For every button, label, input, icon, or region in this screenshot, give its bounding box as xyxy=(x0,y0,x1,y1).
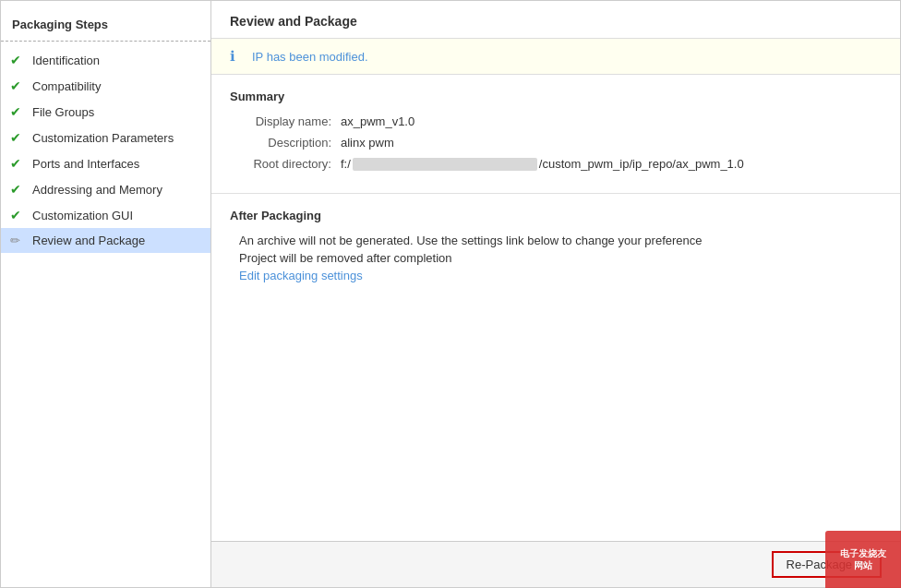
sidebar-item-label: Review and Package xyxy=(32,234,145,247)
sidebar-item-label: Identification xyxy=(32,54,100,67)
check-icon: ✔ xyxy=(10,156,27,171)
sidebar-item-label: Customization Parameters xyxy=(32,131,174,145)
summary-row-description: Description: alinx pwm xyxy=(239,136,882,150)
page-title: Review and Package xyxy=(230,14,882,29)
summary-value-display-name: ax_pwm_v1.0 xyxy=(341,114,414,128)
summary-table: Display name: ax_pwm_v1.0 Description: a… xyxy=(239,114,882,171)
sidebar-title: Packaging Steps xyxy=(1,10,210,41)
sidebar-item-ports-interfaces[interactable]: ✔ Ports and Interfaces xyxy=(1,150,210,176)
sidebar-item-label: Ports and Interfaces xyxy=(32,157,139,171)
summary-section: Summary Display name: ax_pwm_v1.0 Descri… xyxy=(211,75,900,194)
pencil-icon: ✏ xyxy=(10,234,27,247)
sidebar-item-addressing-memory[interactable]: ✔ Addressing and Memory xyxy=(1,176,210,202)
sidebar-item-file-groups[interactable]: ✔ File Groups xyxy=(1,99,210,125)
summary-row-display-name: Display name: ax_pwm_v1.0 xyxy=(239,114,882,128)
summary-value-description: alinx pwm xyxy=(341,136,394,150)
sidebar-item-label: Compatibility xyxy=(32,79,101,93)
info-icon: ℹ xyxy=(230,48,245,65)
info-message: IP has been modified. xyxy=(252,50,368,64)
check-icon: ✔ xyxy=(10,208,27,222)
sidebar-item-label: File Groups xyxy=(32,105,94,119)
summary-label-root-dir: Root directory: xyxy=(239,157,341,171)
after-packaging-line1: An archive will not be generated. Use th… xyxy=(239,234,882,247)
path-suffix: /custom_pwm_ip/ip_repo/ax_pwm_1.0 xyxy=(539,157,744,171)
sidebar-item-compatibility[interactable]: ✔ Compatibility xyxy=(1,73,210,99)
main-content: Review and Package ℹ IP has been modifie… xyxy=(211,1,900,587)
sidebar-item-customization-gui[interactable]: ✔ Customization GUI xyxy=(1,202,210,228)
summary-label-display-name: Display name: xyxy=(239,114,341,128)
summary-label-description: Description: xyxy=(239,136,341,150)
summary-row-root-dir: Root directory: f:/ /custom_pwm_ip/ip_re… xyxy=(239,157,882,171)
sidebar-item-label: Customization GUI xyxy=(32,209,133,222)
sidebar-item-review-package[interactable]: ✏ Review and Package xyxy=(1,228,210,253)
path-prefix: f:/ xyxy=(341,157,351,171)
summary-title: Summary xyxy=(230,90,882,103)
bottom-bar: Re-Package IP xyxy=(211,541,900,587)
after-packaging-title: After Packaging xyxy=(230,209,882,222)
check-icon: ✔ xyxy=(10,53,27,67)
check-icon: ✔ xyxy=(10,130,27,145)
check-icon: ✔ xyxy=(10,182,27,197)
watermark: 电子发烧友网站 xyxy=(825,531,901,588)
info-banner: ℹ IP has been modified. xyxy=(211,39,900,75)
check-icon: ✔ xyxy=(10,104,27,119)
after-packaging-section: After Packaging An archive will not be g… xyxy=(211,194,900,297)
main-body: ℹ IP has been modified. Summary Display … xyxy=(211,39,900,541)
main-header: Review and Package xyxy=(211,1,900,39)
summary-value-root-dir: f:/ /custom_pwm_ip/ip_repo/ax_pwm_1.0 xyxy=(341,157,744,171)
edit-packaging-settings-link[interactable]: Edit packaging settings xyxy=(239,269,363,282)
sidebar: Packaging Steps ✔ Identification ✔ Compa… xyxy=(1,1,211,587)
sidebar-item-identification[interactable]: ✔ Identification xyxy=(1,47,210,73)
after-packaging-line2: Project will be removed after completion xyxy=(239,251,882,265)
path-blurred xyxy=(353,158,537,171)
check-icon: ✔ xyxy=(10,78,27,93)
sidebar-item-customization-parameters[interactable]: ✔ Customization Parameters xyxy=(1,125,210,150)
sidebar-divider xyxy=(1,41,210,42)
sidebar-item-label: Addressing and Memory xyxy=(32,183,162,197)
